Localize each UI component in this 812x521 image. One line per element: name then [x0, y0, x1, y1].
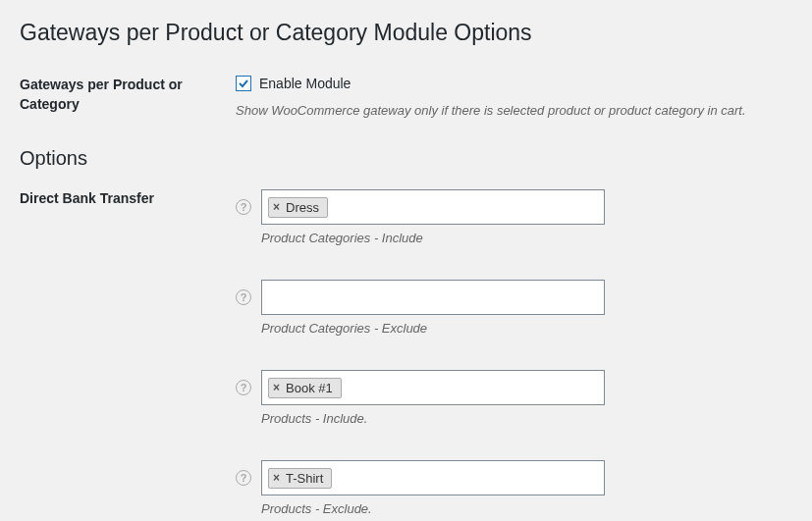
tag: ×T-Shirt [268, 468, 332, 489]
field-row: ? [236, 280, 792, 315]
tag-input[interactable]: ×T-Shirt [261, 460, 605, 495]
enable-module-label: Enable Module [259, 76, 351, 91]
tag-label: T-Shirt [286, 471, 323, 486]
gateway-label: Direct Bank Transfer [20, 189, 236, 209]
field-caption: Products - Include. [261, 411, 792, 426]
tag-label: Dress [286, 200, 319, 215]
options-section-title: Options [20, 147, 792, 170]
field-caption: Products - Exclude. [261, 501, 792, 516]
close-icon[interactable]: × [273, 471, 280, 485]
field-group: ?×Book #1Products - Include. [236, 370, 792, 426]
close-icon[interactable]: × [273, 381, 280, 394]
help-icon[interactable]: ? [236, 470, 251, 486]
module-label: Gateways per Product or Category [20, 76, 236, 114]
enable-module-checkbox[interactable] [236, 76, 251, 91]
tag-input[interactable] [261, 280, 605, 315]
help-icon[interactable]: ? [236, 289, 251, 305]
field-row: ?×Dress [236, 189, 792, 225]
help-icon[interactable]: ? [236, 380, 251, 395]
field-group: ?Product Categories - Exclude [236, 280, 792, 336]
tag-input[interactable]: ×Book #1 [261, 370, 605, 405]
module-description: Show WooCommerce gateway only if there i… [236, 103, 792, 118]
field-group: ?×T-ShirtProducts - Exclude. [236, 460, 792, 516]
field-caption: Product Categories - Exclude [261, 321, 792, 336]
field-row: ?×T-Shirt [236, 460, 792, 495]
close-icon[interactable]: × [273, 200, 280, 214]
tag-input[interactable]: ×Dress [261, 189, 605, 225]
field-caption: Product Categories - Include [261, 231, 792, 245]
tag-label: Book #1 [286, 381, 333, 395]
tag: ×Book #1 [268, 378, 342, 398]
field-group: ?×DressProduct Categories - Include [236, 189, 792, 245]
page-title: Gateways per Product or Category Module … [20, 20, 792, 46]
help-icon[interactable]: ? [236, 199, 251, 215]
field-row: ?×Book #1 [236, 370, 792, 405]
checkmark-icon [238, 78, 249, 89]
tag: ×Dress [268, 197, 328, 218]
